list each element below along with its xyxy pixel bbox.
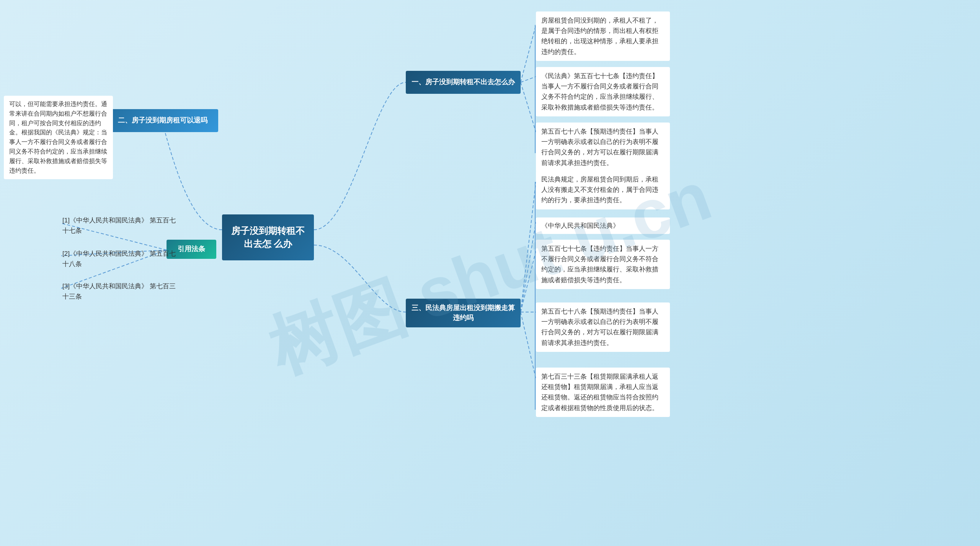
- svg-line-9: [521, 251, 536, 312]
- leaf-b4-2: 《中华人民共和国民法典》: [536, 217, 670, 234]
- svg-line-1: [521, 77, 536, 82]
- mindmap-container: 房子没到期转租不出去怎 么办 一、房子没到期转租不出去怎么办 房屋租赁合同没到期…: [0, 0, 980, 546]
- branch-node-1: 一、房子没到期转租不出去怎么办: [406, 71, 521, 94]
- law-ref-2: [2]《中华人民共和国民法典》 第五百七十八条: [59, 247, 182, 271]
- svg-line-0: [521, 25, 536, 82]
- leaf-b1-2: 《民法典》第五百七十七条【违约责任】当事人一方不履行合同义务或者履行合同义务不符…: [536, 67, 670, 116]
- leaf-b4-5: 第七百三十三条【租赁期限届满承租人返还租赁物】租赁期限届满，承租人应当返还租赁物…: [536, 368, 670, 417]
- law-ref-1: [1]《中华人民共和国民法典》 第五百七十七条: [59, 214, 182, 237]
- branch-node-4: 三、民法典房屋出租没到期搬走算违约吗: [406, 299, 521, 327]
- leaf-b1-1: 房屋租赁合同没到期的，承租人不租了，是属于合同违约的情形，而出租人有权拒绝转租的…: [536, 11, 670, 61]
- svg-line-2: [521, 82, 536, 132]
- leaf-b1-3: 第五百七十八条【预期违约责任】当事人一方明确表示或者以自己的行为表明不履行合同义…: [536, 123, 670, 172]
- svg-line-11: [521, 312, 536, 379]
- leaf-b4-4: 第五百七十八条【预期违约责任】当事人一方明确表示或者以自己的行为表明不履行合同义…: [536, 302, 670, 352]
- svg-line-8: [521, 222, 536, 312]
- leaf-b2-1: 可以，但可能需要承担违约责任。通常来讲在合同期内如租户不想履行合同，租户可按合同…: [4, 96, 113, 179]
- branch-node-2: 二、房子没到期房租可以退吗: [107, 109, 218, 132]
- leaf-b4-3: 第五百七十七条【违约责任】当事人一方不履行合同义务或者履行合同义务不符合约定的，…: [536, 240, 670, 289]
- svg-line-7: [521, 182, 536, 312]
- leaf-b4-1: 民法典规定，房屋租赁合同到期后，承租人没有搬走又不支付租金的，属于合同违约的行为…: [536, 170, 670, 209]
- central-node: 房子没到期转租不出去怎 么办: [222, 214, 314, 260]
- law-ref-3: [3]《中华人民共和国民法典》 第七百三十三条: [59, 280, 182, 303]
